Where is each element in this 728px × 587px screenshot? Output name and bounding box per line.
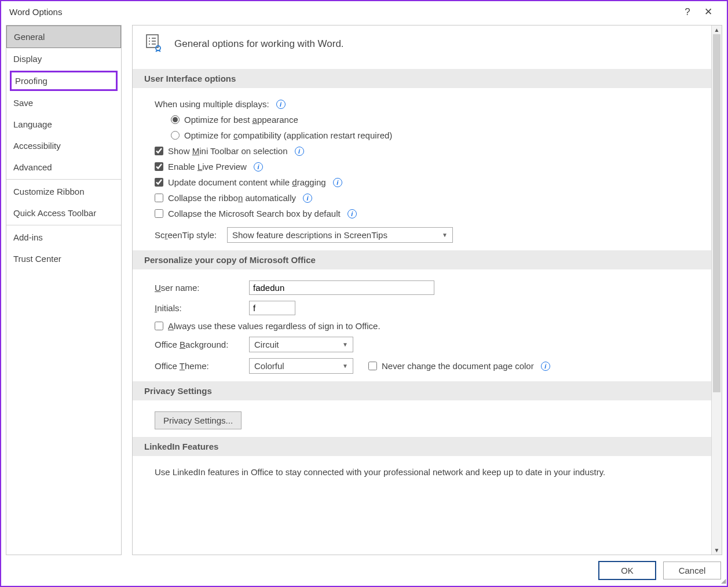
window-title: Word Options xyxy=(9,7,677,17)
scroll-down-icon[interactable]: ▼ xyxy=(714,546,720,555)
info-icon[interactable]: i xyxy=(295,147,304,156)
sidebar-item-language[interactable]: Language xyxy=(6,114,121,135)
info-icon[interactable]: i xyxy=(333,178,342,187)
section-ui-options: User Interface options xyxy=(133,69,711,88)
content: General options for working with Word. U… xyxy=(133,25,711,555)
page-heading: General options for working with Word. xyxy=(144,28,704,64)
office-background-select[interactable]: Circuit ▼ xyxy=(249,337,353,352)
sidebar-item-customize-ribbon[interactable]: Customize Ribbon xyxy=(6,181,121,202)
screentip-select[interactable]: Show feature descriptions in ScreenTips … xyxy=(227,227,453,243)
sidebar-item-quick-access-toolbar[interactable]: Quick Access Toolbar xyxy=(6,202,121,224)
sidebar-item-accessibility[interactable]: Accessibility xyxy=(6,135,121,156)
section-privacy: Privacy Settings xyxy=(133,381,711,400)
resize-grip-icon[interactable]: ◢ xyxy=(721,577,726,585)
checkbox-never-change-page-color[interactable]: Never change the document page color i xyxy=(368,361,550,371)
dialog-footer: OK Cancel ◢ xyxy=(1,555,727,586)
checkbox-collapse-ribbon[interactable]: Collapse the ribbon automatically i xyxy=(144,190,704,206)
username-row: User name: xyxy=(144,278,704,298)
info-icon[interactable]: i xyxy=(347,209,357,218)
info-icon[interactable]: i xyxy=(276,100,286,109)
sidebar-separator xyxy=(6,179,121,180)
sidebar-item-advanced[interactable]: Advanced xyxy=(6,156,121,178)
scroll-thumb[interactable] xyxy=(713,34,720,392)
info-icon[interactable]: i xyxy=(541,362,550,371)
general-options-icon xyxy=(144,32,165,55)
scroll-track[interactable] xyxy=(712,34,722,546)
page-heading-text: General options for working with Word. xyxy=(174,38,344,50)
sidebar-item-general[interactable]: General xyxy=(6,25,121,48)
privacy-button-row: Privacy Settings... xyxy=(144,409,704,432)
office-theme-select[interactable]: Colorful ▼ xyxy=(249,358,353,374)
section-personalize: Personalize your copy of Microsoft Offic… xyxy=(133,250,711,269)
linkedin-desc: Use LinkedIn features in Office to stay … xyxy=(144,464,704,480)
info-icon[interactable]: i xyxy=(254,162,263,172)
multi-displays-label: When using multiple displays: i xyxy=(144,96,704,112)
sidebar-item-proofing[interactable]: Proofing xyxy=(10,71,118,91)
checkbox-show-mini-toolbar[interactable]: Show Mini Toolbar on selection i xyxy=(144,143,704,159)
radio-compatibility[interactable] xyxy=(171,131,180,140)
info-icon[interactable]: i xyxy=(303,194,312,203)
radio-optimize-compat[interactable]: Optimize for compatibility (application … xyxy=(144,127,704,143)
close-icon[interactable]: ✕ xyxy=(698,6,719,18)
chevron-down-icon: ▼ xyxy=(442,232,448,238)
sidebar: General Display Proofing Save Language A… xyxy=(6,25,122,555)
initials-row: Initials: xyxy=(144,298,704,318)
ok-button[interactable]: OK xyxy=(598,561,656,580)
scroll-up-icon[interactable]: ▲ xyxy=(714,25,720,34)
sidebar-item-trust-center[interactable]: Trust Center xyxy=(6,248,121,269)
sidebar-item-display[interactable]: Display xyxy=(6,48,121,70)
radio-best-appearance[interactable] xyxy=(171,115,180,124)
office-theme-row: Office Theme: Colorful ▼ Never change th… xyxy=(144,355,704,377)
titlebar: Word Options ? ✕ xyxy=(1,1,727,25)
radio-optimize-appearance[interactable]: Optimize for best appearance xyxy=(144,112,704,127)
initials-input[interactable] xyxy=(249,301,295,315)
username-input[interactable] xyxy=(249,280,434,295)
section-linkedin: LinkedIn Features xyxy=(133,437,711,456)
checkbox-collapse-search[interactable]: Collapse the Microsoft Search box by def… xyxy=(144,206,704,221)
sidebar-item-add-ins[interactable]: Add-ins xyxy=(6,227,121,248)
cancel-button[interactable]: Cancel xyxy=(663,562,721,579)
content-wrap: General options for working with Word. U… xyxy=(132,25,722,555)
sidebar-separator xyxy=(6,225,121,225)
privacy-settings-button[interactable]: Privacy Settings... xyxy=(155,411,242,429)
chevron-down-icon: ▼ xyxy=(342,363,348,369)
checkbox-live-preview[interactable]: Enable Live Preview i xyxy=(144,159,704,174)
screentip-row: ScreenTip style: Show feature descriptio… xyxy=(144,221,704,246)
office-background-row: Office Background: Circuit ▼ xyxy=(144,334,704,355)
sidebar-item-save[interactable]: Save xyxy=(6,92,121,114)
vertical-scrollbar[interactable]: ▲ ▼ xyxy=(711,25,722,555)
checkbox-always-use[interactable]: Always use these values regardless of si… xyxy=(144,318,704,334)
chevron-down-icon: ▼ xyxy=(342,341,348,348)
help-icon[interactable]: ? xyxy=(677,6,698,18)
checkbox-update-dragging[interactable]: Update document content while dragging i xyxy=(144,174,704,190)
